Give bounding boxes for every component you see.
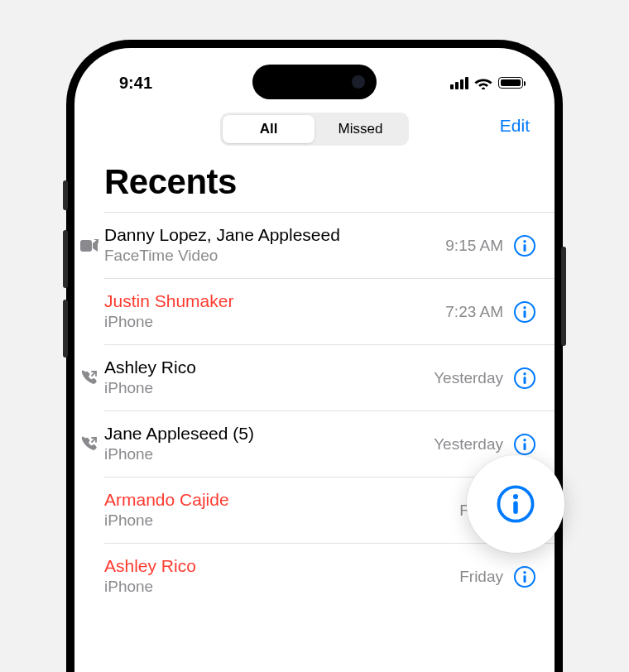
call-type-icon xyxy=(74,370,104,386)
call-name: Ashley Rico xyxy=(104,555,459,577)
call-name: Armando Cajide xyxy=(104,489,459,511)
recents-list[interactable]: Danny Lopez, Jane AppleseedFaceTime Vide… xyxy=(74,212,555,609)
call-row[interactable]: Danny Lopez, Jane AppleseedFaceTime Vide… xyxy=(104,212,555,278)
svg-rect-6 xyxy=(524,310,526,318)
segmented-control[interactable]: All Missed xyxy=(220,113,409,146)
info-icon xyxy=(496,484,535,524)
svg-point-17 xyxy=(523,571,526,574)
call-content: Justin ShumakeriPhone xyxy=(104,290,445,333)
svg-rect-18 xyxy=(524,575,526,583)
call-name: Danny Lopez, Jane Appleseed xyxy=(104,224,445,246)
call-type-icon xyxy=(74,239,104,252)
svg-rect-21 xyxy=(513,502,517,514)
screen: 9:41 All Missed Edit Recents Danny Lopez… xyxy=(74,48,555,672)
call-name: Justin Shumaker xyxy=(104,290,445,312)
info-button[interactable] xyxy=(513,300,536,324)
call-time: 7:23 AM xyxy=(445,303,503,321)
svg-rect-3 xyxy=(524,244,526,252)
status-icons xyxy=(450,76,523,89)
info-button[interactable] xyxy=(513,433,536,456)
side-button-power xyxy=(561,247,566,346)
segment-all[interactable]: All xyxy=(223,115,314,143)
call-name: Jane Appleseed (5) xyxy=(104,423,434,444)
svg-rect-9 xyxy=(524,377,526,384)
call-time: Yesterday xyxy=(434,435,503,454)
call-subtitle: iPhone xyxy=(104,577,459,598)
call-row[interactable]: Ashley RicoiPhoneFriday xyxy=(104,543,555,609)
segment-missed[interactable]: Missed xyxy=(314,115,406,143)
call-name: Ashley Rico xyxy=(104,357,434,378)
call-subtitle: FaceTime Video xyxy=(104,246,445,266)
call-row[interactable]: Ashley RicoiPhoneYesterday xyxy=(104,344,555,410)
svg-point-2 xyxy=(523,240,526,242)
call-row[interactable]: Justin ShumakeriPhone7:23 AM xyxy=(104,278,555,344)
svg-point-5 xyxy=(523,306,526,309)
battery-icon xyxy=(498,77,523,89)
wifi-icon xyxy=(474,76,492,89)
cellular-icon xyxy=(450,77,468,89)
info-button[interactable] xyxy=(513,565,536,588)
info-button[interactable] xyxy=(513,367,536,390)
call-subtitle: iPhone xyxy=(104,444,434,465)
status-time: 9:41 xyxy=(119,74,152,93)
call-type-icon xyxy=(74,436,104,453)
call-time: Friday xyxy=(459,568,503,586)
svg-point-8 xyxy=(523,372,526,375)
call-content: Ashley RicoiPhone xyxy=(104,555,459,598)
call-content: Jane Appleseed (5)iPhone xyxy=(104,423,434,465)
camera-icon xyxy=(352,75,365,89)
call-content: Ashley RicoiPhone xyxy=(104,357,434,399)
call-content: Armando CajideiPhone xyxy=(104,489,459,531)
edit-button[interactable]: Edit xyxy=(500,116,530,136)
nav-row: All Missed Edit xyxy=(74,106,555,156)
call-time: Yesterday xyxy=(434,369,503,387)
info-button[interactable] xyxy=(513,234,536,257)
side-button-silent xyxy=(63,180,68,210)
svg-point-11 xyxy=(523,439,526,441)
call-subtitle: iPhone xyxy=(104,378,434,399)
callout-info-button xyxy=(467,455,564,553)
svg-rect-12 xyxy=(524,443,526,450)
svg-rect-0 xyxy=(80,240,92,252)
svg-point-20 xyxy=(513,494,518,499)
page-title: Recents xyxy=(74,156,555,212)
call-time: 9:15 AM xyxy=(445,237,503,255)
dynamic-island xyxy=(252,65,377,99)
call-subtitle: iPhone xyxy=(104,312,445,333)
call-content: Danny Lopez, Jane AppleseedFaceTime Vide… xyxy=(104,224,445,266)
side-button-volume-up xyxy=(63,230,68,288)
side-button-volume-down xyxy=(63,300,68,358)
call-subtitle: iPhone xyxy=(104,511,459,531)
phone-frame: 9:41 All Missed Edit Recents Danny Lopez… xyxy=(66,40,563,672)
